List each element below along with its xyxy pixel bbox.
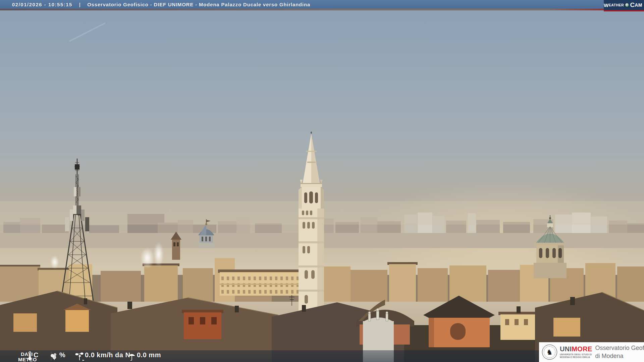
- osd-top-bar: 02/01/2026 - 10:55:15 | Osservatorio Geo…: [0, 0, 644, 9]
- thermometer-icon: [27, 351, 33, 361]
- humidity-icon: [50, 352, 59, 360]
- dati-meteo-label: DATI METEO: [5, 352, 48, 362]
- unimore-seal-icon: ♞: [542, 345, 557, 360]
- weathercam-red-strip: [604, 10, 644, 11]
- osd-title: Osservatorio Geofisico - DIEF UNIMORE - …: [87, 2, 310, 7]
- small-dome: [196, 218, 216, 248]
- university-line1: UNIVERSITÀ DEGLI STUDI DI: [560, 353, 592, 356]
- temperature-value: C: [34, 351, 39, 359]
- umbrella-icon: [128, 352, 136, 361]
- camera-lens-icon: [625, 3, 629, 7]
- weathercam-word-cam: C: [630, 1, 635, 9]
- humidity-value: %: [59, 351, 65, 359]
- anemometer-icon: [74, 352, 85, 361]
- webcam-frame: 02/01/2026 - 10:55:15 | Osservatorio Geo…: [0, 0, 644, 362]
- church-dome: [532, 215, 569, 278]
- weathercam-word-weather: W: [604, 2, 609, 8]
- observatory-name: Osservatorio Geofisico di Modena: [595, 344, 644, 360]
- osd-separator: |: [79, 2, 80, 7]
- unimore-wordmark: UNIMORE UNIVERSITÀ DEGLI STUDI DI MODENA…: [560, 346, 592, 359]
- weathercam-logo[interactable]: WEATHER CAM: [604, 0, 644, 10]
- wind-value: 0.0 km/h da N: [85, 351, 130, 359]
- rain-value: 0.0 mm: [137, 351, 161, 359]
- unimore-logo[interactable]: ♞ UNIMORE UNIVERSITÀ DEGLI STUDI DI MODE…: [539, 342, 644, 362]
- smoke-plume: [154, 242, 164, 267]
- university-line2: MODENA E REGGIO EMILIA: [560, 356, 592, 359]
- campanile: [169, 230, 183, 260]
- osd-datetime: 02/01/2026 - 10:55:15: [12, 2, 72, 7]
- smoke-plume: [140, 247, 154, 269]
- osd-bar-trim: [0, 9, 644, 10]
